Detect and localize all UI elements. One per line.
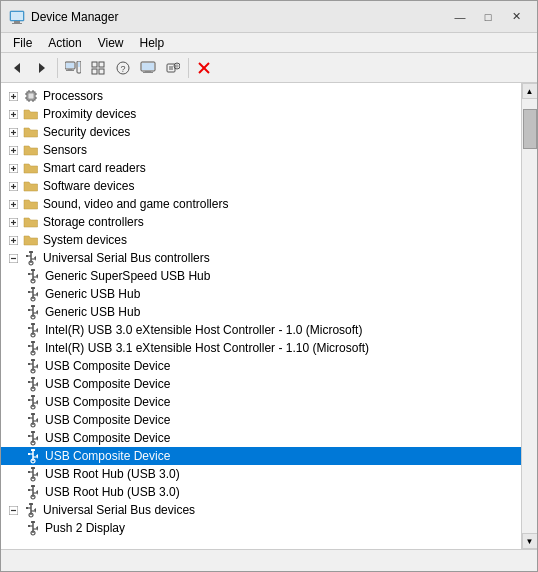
usb-icon bbox=[25, 268, 41, 284]
tree-item[interactable]: Sensors bbox=[1, 141, 521, 159]
remove-button[interactable] bbox=[192, 56, 216, 80]
svg-rect-118 bbox=[31, 377, 35, 379]
forward-button[interactable] bbox=[30, 56, 54, 80]
svg-rect-87 bbox=[28, 291, 30, 293]
tree-item-label: USB Composite Device bbox=[45, 431, 170, 445]
computer-button[interactable] bbox=[136, 56, 160, 80]
expand-icon[interactable] bbox=[5, 128, 21, 137]
expand-icon[interactable] bbox=[5, 92, 21, 101]
usb-icon bbox=[25, 322, 41, 338]
expand-icon[interactable] bbox=[5, 254, 21, 263]
tree-item[interactable]: Software devices bbox=[1, 177, 521, 195]
close-button[interactable]: ✕ bbox=[503, 7, 529, 27]
device-manager-icon-btn[interactable] bbox=[61, 56, 85, 80]
expand-icon[interactable] bbox=[5, 218, 21, 227]
menu-action[interactable]: Action bbox=[40, 34, 89, 52]
tree-item[interactable]: USB Composite Device bbox=[1, 411, 521, 429]
tree-item[interactable]: Generic USB Hub bbox=[1, 285, 521, 303]
tree-item[interactable]: System devices bbox=[1, 231, 521, 249]
tree-item[interactable]: Universal Serial Bus devices bbox=[1, 501, 521, 519]
menu-file[interactable]: File bbox=[5, 34, 40, 52]
menu-view[interactable]: View bbox=[90, 34, 132, 52]
separator-1 bbox=[57, 58, 58, 78]
expand-icon[interactable] bbox=[5, 236, 21, 245]
svg-rect-129 bbox=[28, 399, 30, 401]
svg-rect-76 bbox=[31, 269, 35, 271]
properties-button[interactable] bbox=[161, 56, 185, 80]
svg-rect-1 bbox=[14, 21, 20, 23]
grid-view-button[interactable] bbox=[86, 56, 110, 80]
tree-item[interactable]: USB Composite Device bbox=[1, 375, 521, 393]
usb-icon bbox=[25, 466, 41, 482]
tree-item-label: USB Composite Device bbox=[45, 377, 170, 391]
scroll-track[interactable] bbox=[522, 99, 538, 533]
tree-item-label: Universal Serial Bus controllers bbox=[43, 251, 210, 265]
svg-rect-80 bbox=[28, 273, 30, 275]
svg-rect-73 bbox=[26, 255, 28, 257]
tree-item[interactable]: USB Composite Device bbox=[1, 357, 521, 375]
tree-item[interactable]: USB Composite Device bbox=[1, 429, 521, 447]
tree-item[interactable]: Generic USB Hub bbox=[1, 303, 521, 321]
usb-icon bbox=[23, 502, 39, 518]
tree-item[interactable]: USB Composite Device bbox=[1, 447, 521, 465]
tree-item-label: USB Composite Device bbox=[45, 413, 170, 427]
tree-item[interactable]: USB Root Hub (USB 3.0) bbox=[1, 465, 521, 483]
tree-item-label: System devices bbox=[43, 233, 127, 247]
tree-item[interactable]: Processors bbox=[1, 87, 521, 105]
svg-rect-20 bbox=[145, 71, 151, 72]
tree-item[interactable]: Sound, video and game controllers bbox=[1, 195, 521, 213]
svg-rect-139 bbox=[31, 431, 35, 433]
folder-icon bbox=[23, 142, 39, 158]
minimize-button[interactable]: — bbox=[447, 7, 473, 27]
expand-icon[interactable] bbox=[5, 182, 21, 191]
folder-icon bbox=[23, 106, 39, 122]
expand-icon[interactable] bbox=[5, 200, 21, 209]
expand-icon[interactable] bbox=[5, 146, 21, 155]
tree-item[interactable]: Storage controllers bbox=[1, 213, 521, 231]
scrollbar[interactable]: ▲ ▼ bbox=[521, 83, 537, 549]
expand-icon[interactable] bbox=[5, 506, 21, 515]
svg-rect-19 bbox=[142, 63, 154, 70]
tree-item[interactable]: Proximity devices bbox=[1, 105, 521, 123]
tree-item[interactable]: Intel(R) USB 3.0 eXtensible Host Control… bbox=[1, 321, 521, 339]
menu-help[interactable]: Help bbox=[132, 34, 173, 52]
menu-bar: File Action View Help bbox=[1, 33, 537, 53]
usb-icon bbox=[25, 430, 41, 446]
help-button[interactable]: ? bbox=[111, 56, 135, 80]
maximize-button[interactable]: □ bbox=[475, 7, 501, 27]
window-controls: — □ ✕ bbox=[447, 7, 529, 27]
svg-rect-143 bbox=[28, 435, 30, 437]
tree-item[interactable]: Generic SuperSpeed USB Hub bbox=[1, 267, 521, 285]
usb-icon bbox=[25, 448, 41, 464]
device-manager-window: Device Manager — □ ✕ File Action View He… bbox=[0, 0, 538, 572]
tree-item[interactable]: USB Root Hub (USB 3.0) bbox=[1, 483, 521, 501]
usb-icon bbox=[25, 358, 41, 374]
tree-item[interactable]: Universal Serial Bus controllers bbox=[1, 249, 521, 267]
tree-item[interactable]: Intel(R) USB 3.1 eXtensible Host Control… bbox=[1, 339, 521, 357]
svg-rect-83 bbox=[31, 287, 35, 289]
svg-rect-169 bbox=[29, 503, 33, 505]
usb-icon bbox=[25, 376, 41, 392]
svg-rect-111 bbox=[31, 359, 35, 361]
window-title: Device Manager bbox=[31, 10, 447, 24]
usb-icon bbox=[25, 286, 41, 302]
scroll-thumb[interactable] bbox=[523, 109, 537, 149]
svg-rect-115 bbox=[28, 363, 30, 365]
device-tree[interactable]: Processors Proximity devices Security de… bbox=[1, 83, 521, 549]
tree-item[interactable]: Push 2 Display bbox=[1, 519, 521, 537]
tree-item-label: USB Composite Device bbox=[45, 395, 170, 409]
svg-rect-8 bbox=[68, 69, 72, 70]
svg-rect-14 bbox=[92, 69, 97, 74]
tree-item-label: USB Composite Device bbox=[45, 359, 170, 373]
expand-icon[interactable] bbox=[5, 164, 21, 173]
tree-item-label: Sensors bbox=[43, 143, 87, 157]
scroll-up-button[interactable]: ▲ bbox=[522, 83, 538, 99]
expand-icon[interactable] bbox=[5, 110, 21, 119]
tree-item[interactable]: USB Composite Device bbox=[1, 393, 521, 411]
scroll-down-button[interactable]: ▼ bbox=[522, 533, 538, 549]
svg-rect-34 bbox=[28, 93, 34, 99]
tree-item[interactable]: Security devices bbox=[1, 123, 521, 141]
tree-item[interactable]: Smart card readers bbox=[1, 159, 521, 177]
cpu-icon bbox=[23, 88, 39, 104]
back-button[interactable] bbox=[5, 56, 29, 80]
